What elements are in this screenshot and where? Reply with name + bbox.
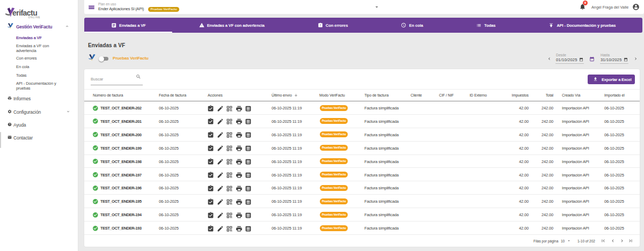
svg-text:ONLINE: ONLINE: [28, 16, 41, 19]
